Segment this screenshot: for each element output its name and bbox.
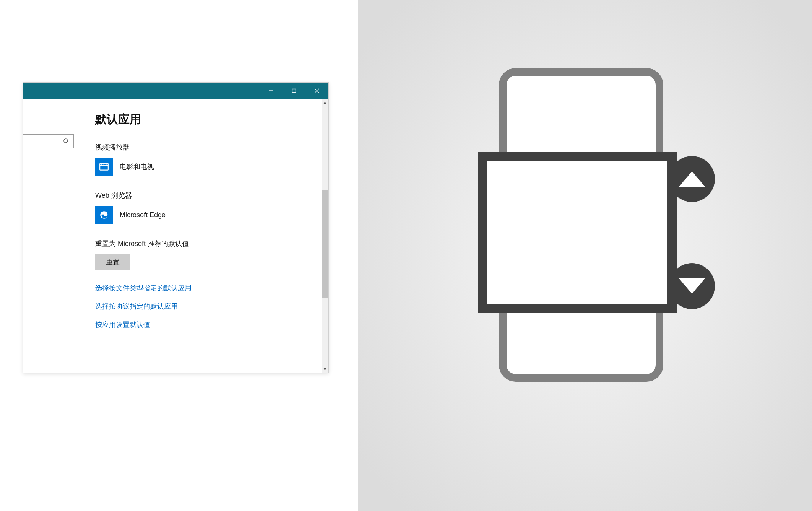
reset-button[interactable]: 重置 (95, 254, 130, 270)
minimize-button[interactable] (260, 83, 283, 99)
close-button[interactable] (305, 83, 328, 99)
edge-icon (95, 206, 113, 224)
minimize-icon (269, 88, 273, 93)
settings-window: 默认应用 视频播放器 电影和电视 Web 浏览器 (23, 82, 329, 373)
link-defaults-by-file-type[interactable]: 选择按文件类型指定的默认应用 (95, 283, 328, 293)
settings-search-input[interactable] (23, 134, 74, 148)
close-icon (315, 88, 319, 93)
ui-diagram (432, 64, 738, 447)
diagram-sheet-rectangle (478, 152, 677, 313)
maximize-button[interactable] (283, 83, 305, 99)
scrollbar-up-button[interactable]: ▲ (322, 99, 328, 106)
diagram-arrow-down-icon (669, 263, 715, 309)
diagram-panel (358, 0, 812, 511)
svg-point-4 (64, 139, 68, 143)
svg-rect-1 (292, 89, 296, 93)
maximize-icon (292, 88, 296, 93)
video-player-app-name: 电影和电视 (120, 162, 154, 171)
link-defaults-by-app[interactable]: 按应用设置默认值 (95, 320, 328, 329)
web-browser-app-name: Microsoft Edge (120, 211, 166, 219)
reset-heading: 重置为 Microsoft 推荐的默认值 (95, 239, 328, 248)
scrollbar-thumb[interactable] (322, 190, 328, 298)
triangle-down-icon (679, 278, 705, 294)
window-content: 默认应用 视频播放器 电影和电视 Web 浏览器 (23, 99, 328, 373)
vertical-scrollbar[interactable]: ▲ ▼ (322, 99, 328, 373)
diagram-arrow-up-icon (669, 156, 715, 202)
page-title: 默认应用 (95, 112, 328, 127)
video-player-app-choice[interactable]: 电影和电视 (95, 158, 328, 176)
movies-tv-icon (95, 158, 113, 176)
link-defaults-by-protocol[interactable]: 选择按协议指定的默认应用 (95, 302, 328, 311)
scrollbar-down-button[interactable]: ▼ (322, 366, 328, 373)
video-player-heading: 视频播放器 (95, 143, 328, 152)
triangle-up-icon (679, 171, 705, 187)
web-browser-app-choice[interactable]: Microsoft Edge (95, 206, 328, 224)
advanced-links: 选择按文件类型指定的默认应用 选择按协议指定的默认应用 按应用设置默认值 (95, 283, 328, 329)
web-browser-heading: Web 浏览器 (95, 191, 328, 200)
window-titlebar[interactable] (23, 83, 328, 99)
search-icon (63, 138, 69, 144)
